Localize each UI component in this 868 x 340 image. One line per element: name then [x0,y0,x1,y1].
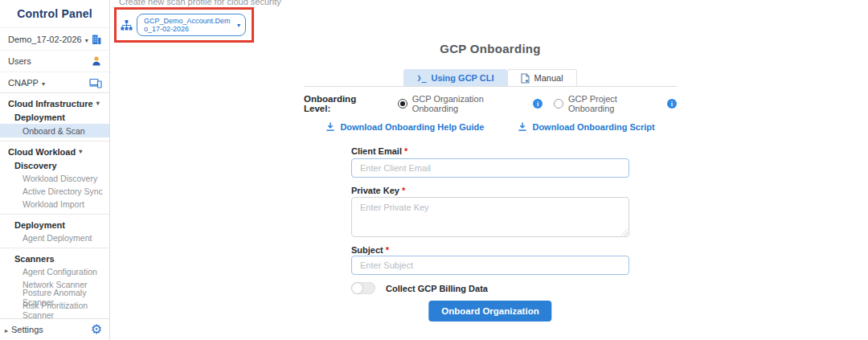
nav-item-active-directory-sync[interactable]: Active Directory Sync [0,185,109,198]
client-email-field[interactable] [351,158,629,178]
user-icon [91,55,102,67]
cnapp-label: CNAPP [8,78,39,88]
divider [0,214,109,215]
private-key-field-wrapper [351,197,629,237]
onboard-organization-button[interactable]: Onboard Organization [428,301,551,322]
chevron-down-icon: ▾ [42,80,45,88]
nav-item-onboard-and-scan[interactable]: Onboard & Scan [0,124,109,137]
chevron-down-icon: ▾ [79,148,82,155]
billing-toggle-label: Collect GCP Billing Data [386,284,488,293]
chevron-down-icon: ▾ [85,37,88,44]
subject-field[interactable] [351,256,629,275]
onboarding-level-row: Onboarding Level: GCP Organization Onboa… [304,94,677,113]
sidebar-item-users[interactable]: Users [0,50,109,72]
settings-label: Settings [11,325,43,334]
toggle-knob [352,283,362,293]
nav-item-workload-import[interactable]: Workload Import [0,198,109,211]
devices-icon [89,77,102,88]
scan-profile-dropdown[interactable]: GCP_Demo_Account.Demo_17-02-2026 ▾ [137,14,246,36]
tab-using-gcp-cli[interactable]: ❯_ Using GCP CLI [403,69,506,86]
nav-item-agent-deployment[interactable]: Agent Deployment [0,231,109,244]
chevron-down-icon: ▾ [237,22,240,29]
page-subtitle: Create new scan profile for cloud securi… [119,0,281,6]
onboarding-level-label: Onboarding Level: [304,94,383,113]
divider [304,86,677,87]
app-window: Control Panel Demo_17-02-2026▾ Users CNA… [0,0,868,340]
download-icon [326,121,335,132]
download-links-row: Download Onboarding Help Guide Download … [304,121,677,132]
info-icon[interactable]: i [667,99,677,109]
main-content: Create new scan profile for cloud securi… [110,0,868,340]
radio-gcp-project-onboarding[interactable]: GCP Project Onboarding i [554,94,677,113]
radio-selected-icon[interactable] [398,99,407,109]
annotation-highlight: GCP_Demo_Account.Demo_17-02-2026 ▾ [114,7,254,43]
users-label: Users [8,56,31,66]
sidebar-nav: Cloud Infrastructure▾ Deployment Onboard… [0,92,109,317]
subject-label: Subject * [351,245,389,255]
nav-subheader-deployment: Deployment [0,110,109,124]
private-key-field[interactable] [351,197,629,237]
download-help-guide-link[interactable]: Download Onboarding Help Guide [326,121,484,132]
sidebar-item-settings[interactable]: ▸Settings ⚙ [0,318,109,340]
info-icon[interactable]: i [533,99,542,109]
account-selector-label: Demo_17-02-2026 [8,35,82,44]
chevron-down-icon: ▾ [96,100,100,107]
billing-toggle-row: Collect GCP Billing Data [351,282,488,294]
nav-group-cloud-infrastructure[interactable]: Cloud Infrastructure▾ [0,96,109,110]
gcp-onboarding-panel: GCP Onboarding ❯_ Using GCP CLI Manual O… [304,0,677,340]
account-selector[interactable]: Demo_17-02-2026▾ [0,27,109,50]
nav-subheader-discovery: Discovery [0,158,109,172]
client-email-label: Client Email * [351,146,407,156]
gear-icon[interactable]: ⚙ [91,323,102,336]
scan-profile-value: GCP_Demo_Account.Demo_17-02-2026 [144,17,234,33]
tab-manual[interactable]: Manual [507,69,577,86]
sitemap-icon [121,19,133,31]
sidebar-title: Control Panel [0,0,109,27]
nav-group-cloud-workload[interactable]: Cloud Workload▾ [0,145,109,158]
page-title: GCP Onboarding [304,42,677,55]
chevron-right-icon: ▸ [5,327,8,334]
divider [0,141,109,141]
nav-item-agent-configuration[interactable]: Agent Configuration [0,265,109,278]
tab-bar: ❯_ Using GCP CLI Manual [304,69,677,86]
organization-icon [91,34,102,45]
terminal-icon: ❯_ [416,73,426,82]
nav-subheader-deployment-2: Deployment [0,218,109,231]
nav-item-risk-prioritization-scanner[interactable]: Risk Prioritization Scanner [0,304,109,317]
divider [0,248,109,248]
radio-gcp-organization-onboarding[interactable]: GCP Organization Onboarding i [398,94,542,113]
download-icon [518,121,527,132]
cnapp-selector[interactable]: CNAPP▾ [0,72,109,92]
radio-unselected-icon[interactable] [554,99,563,109]
download-script-link[interactable]: Download Onboarding Script [518,121,654,132]
document-icon [521,73,530,84]
sidebar: Control Panel Demo_17-02-2026▾ Users CNA… [0,0,110,340]
nav-subheader-scanners: Scanners [0,252,109,265]
collect-billing-toggle[interactable] [351,282,375,294]
nav-item-workload-discovery[interactable]: Workload Discovery [0,172,109,185]
private-key-label: Private Key * [351,186,405,195]
